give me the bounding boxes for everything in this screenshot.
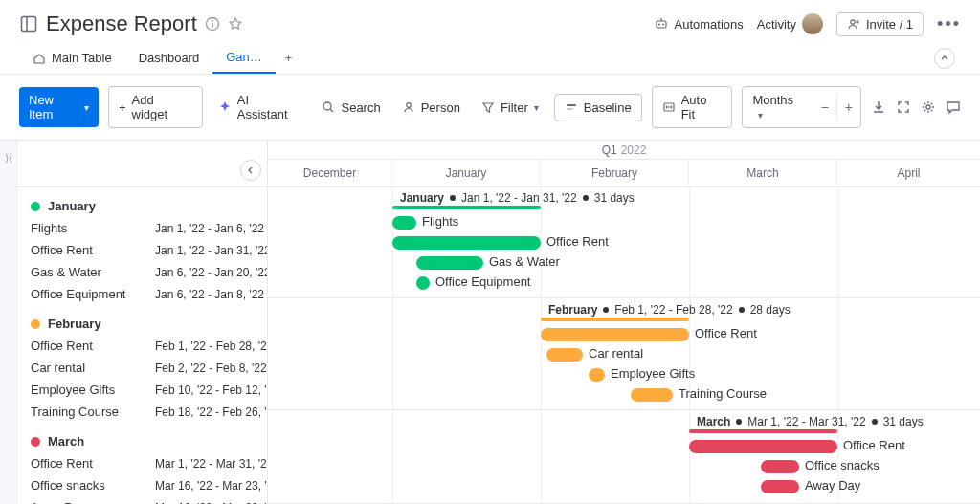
filter-button[interactable]: Filter ▾: [476, 97, 545, 119]
group-header[interactable]: February: [17, 311, 267, 335]
fullscreen-icon[interactable]: [896, 99, 911, 115]
tab-add-button[interactable]: +: [276, 43, 302, 73]
info-icon[interactable]: [205, 16, 220, 32]
new-item-button[interactable]: New Item ▾: [19, 87, 99, 127]
activity-button[interactable]: Activity: [757, 13, 823, 34]
group-bar[interactable]: [689, 429, 837, 433]
tab-main-table[interactable]: Main Table: [19, 43, 125, 73]
person-label: Person: [421, 100, 460, 115]
group-header[interactable]: January: [17, 193, 267, 217]
group-summary[interactable]: March Mar 1, '22 - Mar 31, '22 31 days: [697, 415, 924, 428]
svg-line-11: [330, 109, 333, 112]
zoom-out-button[interactable]: −: [813, 94, 836, 121]
new-item-label: New Item: [29, 93, 80, 121]
collapse-side-button[interactable]: [240, 160, 261, 181]
group-summary-name: February: [548, 303, 597, 317]
svg-rect-0: [22, 17, 36, 32]
search-button[interactable]: Search: [316, 97, 386, 119]
task-bar[interactable]: [541, 328, 689, 341]
month-column[interactable]: January: [392, 160, 541, 186]
task-dates: Feb 1, '22 - Feb 28, '22: [155, 340, 268, 353]
month-column[interactable]: December: [268, 160, 392, 186]
task-dates: Mar 1, '22 - Mar 31, '22: [155, 457, 268, 471]
baseline-button[interactable]: Baseline: [554, 94, 642, 121]
group-summary[interactable]: January Jan 1, '22 - Jan 31, '22 31 days: [400, 191, 635, 205]
chevron-down-icon[interactable]: ▾: [84, 102, 89, 113]
task-bar[interactable]: [392, 216, 416, 230]
tab-dashboard[interactable]: Dashboard: [125, 43, 213, 73]
month-column[interactable]: March: [689, 160, 837, 186]
task-bar[interactable]: [416, 256, 483, 270]
filter-icon: [481, 100, 495, 114]
task-bar[interactable]: [416, 276, 430, 290]
group-summary-range: Jan 1, '22 - Jan 31, '22: [461, 191, 577, 205]
task-row[interactable]: Office RentMar 1, '22 - Mar 31, '22: [17, 452, 267, 474]
more-options-button[interactable]: •••: [937, 14, 961, 34]
task-row[interactable]: Away DayMar 16, '22 - Mar 23, '22: [17, 496, 267, 504]
zoom-level-select[interactable]: Months ▾: [743, 87, 813, 127]
group-february: February Office RentFeb 1, '22 - Feb 28,…: [17, 305, 267, 423]
automations-button[interactable]: Automations: [654, 16, 744, 32]
add-widget-button[interactable]: + Add widget: [108, 86, 203, 128]
task-bar[interactable]: [546, 348, 583, 362]
group-color-dot: [31, 319, 40, 329]
task-name: Office Equipment: [31, 287, 155, 301]
autofit-label: Auto Fit: [681, 93, 723, 121]
tab-label: Main Table: [52, 51, 112, 65]
group-bar[interactable]: [392, 206, 541, 209]
chat-icon[interactable]: [946, 99, 961, 115]
task-dates: Feb 18, '22 - Feb 26, '22: [155, 405, 268, 419]
task-row[interactable]: Office RentJan 1, '22 - Jan 31, '22: [17, 239, 267, 261]
task-row[interactable]: Gas & WaterJan 6, '22 - Jan 20, '22: [17, 261, 267, 283]
group-summary[interactable]: February Feb 1, '22 - Feb 28, '22 28 day…: [548, 303, 791, 317]
task-dates: Jan 1, '22 - Jan 31, '22: [155, 244, 268, 257]
task-row[interactable]: Employee GiftsFeb 10, '22 - Feb 12, '22: [17, 379, 267, 401]
download-icon[interactable]: [871, 99, 886, 115]
task-row[interactable]: Office RentFeb 1, '22 - Feb 28, '22: [17, 335, 267, 357]
page-title[interactable]: Expense Report: [46, 11, 197, 36]
task-row[interactable]: Training CourseFeb 18, '22 - Feb 26, '22: [17, 401, 267, 423]
month-column[interactable]: April: [837, 160, 980, 186]
group-bar[interactable]: [541, 318, 689, 321]
svg-point-3: [212, 20, 213, 22]
timeline-body[interactable]: January Jan 1, '22 - Jan 31, '22 31 days…: [268, 187, 980, 504]
task-bar-label: Office Rent: [546, 234, 609, 249]
task-row[interactable]: Office EquipmentJan 6, '22 - Jan 8, '22: [17, 283, 267, 305]
chevron-down-icon[interactable]: ▾: [534, 102, 539, 113]
svg-point-9: [851, 20, 855, 24]
avatar: [802, 13, 823, 34]
rail-handle-icon[interactable]: ⟩⟨: [5, 152, 12, 164]
tab-label: Gan…: [226, 50, 262, 64]
zoom-in-button[interactable]: +: [836, 94, 860, 121]
task-bar[interactable]: [392, 236, 541, 250]
tab-label: Dashboard: [139, 51, 200, 65]
tab-gantt[interactable]: Gan…: [212, 42, 276, 74]
invite-button[interactable]: Invite / 1: [836, 12, 924, 36]
task-name: Office Rent: [31, 339, 155, 353]
task-row[interactable]: FlightsJan 1, '22 - Jan 6, '22: [17, 217, 267, 239]
settings-icon[interactable]: [921, 99, 936, 115]
star-icon[interactable]: [228, 16, 243, 32]
group-name: March: [48, 434, 84, 449]
svg-point-7: [662, 24, 664, 26]
plus-icon: +: [119, 100, 126, 115]
task-row[interactable]: Car rentalFeb 2, '22 - Feb 8, '22: [17, 357, 267, 379]
board-icon: [19, 14, 38, 33]
autofit-button[interactable]: Auto Fit: [652, 86, 733, 128]
task-bar-label: Office Equipment: [435, 274, 530, 289]
task-bar[interactable]: [761, 480, 799, 493]
task-bar[interactable]: [689, 440, 837, 453]
svg-rect-4: [212, 23, 212, 28]
task-bar[interactable]: [761, 460, 799, 473]
person-filter-button[interactable]: Person: [396, 97, 466, 119]
month-column[interactable]: February: [541, 160, 689, 186]
task-bar[interactable]: [631, 388, 673, 402]
task-bar[interactable]: [589, 368, 605, 382]
collapse-header-button[interactable]: [934, 48, 955, 69]
side-panel: January FlightsJan 1, '22 - Jan 6, '22 O…: [17, 141, 268, 504]
task-bar-label: Office snacks: [805, 458, 880, 472]
ai-assistant-button[interactable]: AI Assistant: [212, 89, 307, 125]
task-row[interactable]: Office snacksMar 16, '22 - Mar 23, '22: [17, 474, 267, 496]
svg-rect-14: [567, 108, 573, 110]
group-header[interactable]: March: [17, 428, 267, 452]
